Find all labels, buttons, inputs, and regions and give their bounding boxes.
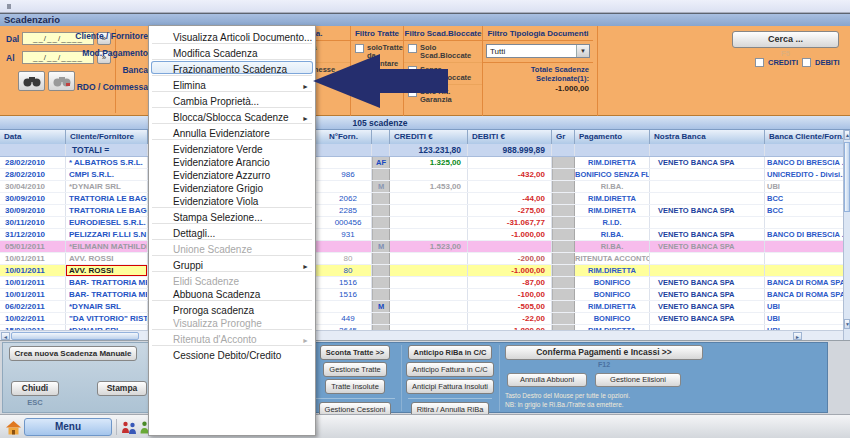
annulla-abbuoni-button[interactable]: Annulla Abbuoni: [507, 373, 587, 387]
menu-item[interactable]: Evidenziatore Azzurro: [149, 167, 315, 180]
table-row[interactable]: 28/02/2010CMPI S.R.L.986-432,00BONIFICO …: [0, 169, 843, 181]
conferma-pagamenti-button[interactable]: Conferma Pagamenti e Incassi >>: [505, 345, 703, 360]
stampa-button[interactable]: Stampa: [97, 381, 147, 396]
anticipi-fattura-insoluti-button[interactable]: Anticipi Fattura Insoluti: [406, 379, 494, 394]
scroll-left-icon[interactable]: ◄: [1, 332, 10, 340]
cell-date: 10/01/2011: [0, 265, 66, 276]
scroll-right-icon[interactable]: ►: [793, 332, 802, 340]
menu-item[interactable]: Evidenziatore Viola: [149, 193, 315, 206]
menu-item[interactable]: Dettagli...: [149, 225, 315, 238]
menu-item[interactable]: Abbuona Scadenza: [149, 286, 315, 299]
horizontal-scrollbar[interactable]: ◄ ►: [0, 330, 843, 340]
crea-scadenza-button[interactable]: Crea nuova Scadenza Manuale: [9, 346, 137, 361]
menu-item[interactable]: Annulla Evidenziatore: [149, 125, 315, 138]
menu-item[interactable]: Blocca/Sblocca Scadenze►: [149, 109, 315, 122]
col-nostra-banca[interactable]: Nostra Banca: [650, 130, 765, 144]
cell-date: 28/02/2010: [0, 169, 66, 180]
cell-name: TRATTORIA LE BAGN: [66, 193, 148, 204]
col-cliente[interactable]: Cliente/Fornitore: [66, 130, 148, 144]
cell-cred: 1.523,00: [390, 241, 468, 252]
submenu-arrow-icon: ►: [302, 334, 309, 347]
vertical-scrollbar[interactable]: ▲ ▼: [843, 130, 850, 340]
cell-name: CMPI S.R.L.: [66, 169, 148, 180]
col-banca-cliente[interactable]: Banca Cliente/Forn.: [765, 130, 843, 144]
cell-cred: [390, 229, 468, 240]
cell-deb: -1.000,00: [468, 229, 552, 240]
menu-button[interactable]: Menu: [24, 418, 112, 436]
tratte-insolute-button[interactable]: Tratte Insolute: [325, 379, 385, 394]
cell-name: *DYNAIR SRL: [66, 301, 148, 312]
cell-date: 28/02/2010: [0, 157, 66, 168]
home-icon[interactable]: [4, 419, 22, 436]
scroll-down-icon[interactable]: ▼: [844, 319, 850, 329]
col-data[interactable]: Data: [0, 130, 66, 144]
menu-item[interactable]: Cessione Debito/Credito: [149, 347, 315, 360]
table-row[interactable]: 31/12/2010PELIZZARI F.LLI S.N931-1.000,0…: [0, 229, 843, 241]
table-row[interactable]: 30/04/2010*DYNAIR SRLM1.453,00RI.BA.UBI: [0, 181, 843, 193]
divider: [315, 398, 394, 399]
menu-item[interactable]: Modifica Scadenza: [149, 45, 315, 58]
scadenze-count: 105 scadenze: [0, 116, 760, 130]
col-gr[interactable]: Gr: [552, 130, 575, 144]
table-row[interactable]: 06/02/2011*DYNAIR SRLM-505,00RIM.DIRETTA…: [0, 301, 843, 313]
menu-item[interactable]: Visualizza Articoli Documento...: [149, 29, 315, 42]
bottom-blue-panel: Sconta Tratte >>Gestione TratteTratte In…: [306, 342, 828, 413]
totals-crediti: 123.231,80: [390, 144, 468, 156]
sconta-tratte-button[interactable]: Sconta Tratte >>: [320, 345, 390, 360]
cell-badge: [372, 169, 390, 180]
col-debiti[interactable]: DEBITI €: [468, 130, 552, 144]
chevron-down-icon[interactable]: ▼: [576, 45, 589, 57]
divider: [597, 26, 598, 116]
help-note-2: NB: in grigio le Ri.Ba./Tratte da emette…: [505, 401, 624, 409]
users-icon[interactable]: [120, 419, 137, 435]
table-row[interactable]: 10/02/2011"DA VITTORIO" RIST449-22,00BON…: [0, 313, 843, 325]
cell-deb: -432,00: [468, 169, 552, 180]
gestione-elisioni-button[interactable]: Gestione Elisioni: [595, 373, 681, 387]
desktop-top-strip: [0, 0, 850, 13]
cell-gr: [552, 169, 575, 180]
menu-item[interactable]: Frazionamento Scadenza: [151, 61, 313, 74]
cell-deb: -31.067,77: [468, 217, 552, 228]
table-row[interactable]: 10/01/2011AVV. ROSSI80-1.000,00RIM.DIRET…: [0, 265, 843, 277]
tipologia-dropdown[interactable]: Tutti ▼: [486, 44, 590, 58]
cell-nforn: 986: [325, 169, 372, 180]
cerca-button[interactable]: Cerca ...: [732, 31, 839, 48]
hscroll-thumb[interactable]: [11, 332, 139, 340]
col-pagamento[interactable]: Pagamento: [575, 130, 650, 144]
table-row[interactable]: 10/01/2011BAR- TRATTORIA ME1516-87,00BON…: [0, 277, 843, 289]
cell-nb: VENETO BANCA SPA: [650, 301, 765, 312]
anticipo-riba-in-c-c-button[interactable]: Anticipo RiBa in C/C: [408, 345, 493, 360]
crediti-filter: CREDITI: [755, 58, 798, 67]
table-row[interactable]: 30/09/2010TRATTORIA LE BAGN2285-275,00RI…: [0, 205, 843, 217]
cell-name: PELIZZARI F.LLI S.N: [66, 229, 148, 240]
menu-item[interactable]: Cambia Proprietà...: [149, 93, 315, 106]
cell-bcf: BANCO DI BRESCIA ...: [765, 229, 843, 240]
col-crediti[interactable]: CREDITI €: [390, 130, 468, 144]
table-row[interactable]: 30/09/2010TRATTORIA LE BAGN2062-44,00RIM…: [0, 193, 843, 205]
menu-item[interactable]: Evidenziatore Verde: [149, 141, 315, 154]
chiudi-button[interactable]: Chiudi: [11, 381, 59, 396]
vscroll-thumb[interactable]: [844, 142, 850, 212]
crediti-checkbox[interactable]: [755, 58, 764, 67]
cell-pag: RIM.DIRETTA: [575, 265, 650, 276]
window-title-bar: Scadenzario: [0, 13, 850, 26]
table-row[interactable]: 10/01/2011AVV. ROSSI80-200,00RITENUTA AC…: [0, 253, 843, 265]
menu-item[interactable]: Gruppi►: [149, 257, 315, 270]
cell-gr: [552, 253, 575, 264]
gestione-tratte-button[interactable]: Gestione Tratte: [323, 362, 386, 377]
cell-bcf: BCC: [765, 205, 843, 216]
menu-item[interactable]: Proroga scadenza: [149, 302, 315, 315]
menu-item[interactable]: Evidenziatore Grigio: [149, 180, 315, 193]
menu-item[interactable]: Elimina►: [149, 77, 315, 90]
debiti-checkbox[interactable]: [802, 58, 811, 67]
table-row[interactable]: 05/01/2011*EILMANN MATHILDEM1.523,00RI.B…: [0, 241, 843, 253]
anticipo-fattura-in-c-c-button[interactable]: Anticipo Fattura in C/C: [406, 362, 493, 377]
menu-item[interactable]: Evidenziatore Arancio: [149, 154, 315, 167]
cell-bcf: BANCO DI BRESCIA ...: [765, 157, 843, 168]
table-row[interactable]: 10/01/2011BAR- TRATTORIA ME1516-100,00BO…: [0, 289, 843, 301]
menu-item[interactable]: Stampa Selezione...: [149, 209, 315, 222]
col-nforn[interactable]: N°Forn.: [325, 130, 372, 144]
table-row[interactable]: 28/02/2010* ALBATROS S.R.L.AF1.325,00RIM…: [0, 157, 843, 169]
table-row[interactable]: 30/11/2010EURODIESEL S.R.L.000456-31.067…: [0, 217, 843, 229]
scroll-up-icon[interactable]: ▲: [844, 130, 850, 140]
